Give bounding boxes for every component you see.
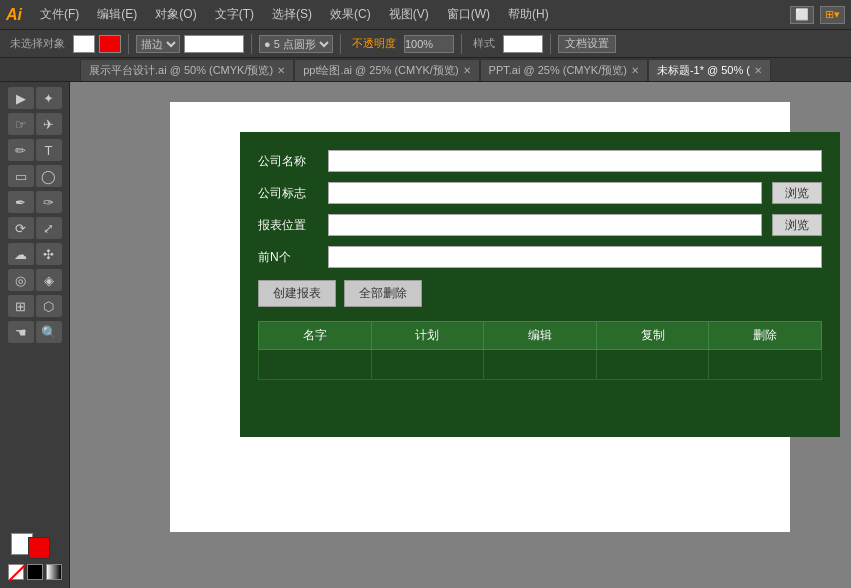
company-name-row: 公司名称 <box>258 150 822 172</box>
warp-tool[interactable]: ☁ <box>8 243 34 265</box>
arrange-icon: ⊞▾ <box>820 6 845 24</box>
company-logo-label: 公司标志 <box>258 185 318 202</box>
tab-0[interactable]: 展示平台设计.ai @ 50% (CMYK/预览) ✕ <box>80 59 294 81</box>
separator-1 <box>128 34 129 54</box>
tab-1[interactable]: ppt绘图.ai @ 25% (CMYK/预览) ✕ <box>294 59 479 81</box>
paintbrush-tool[interactable]: ✒ <box>8 191 34 213</box>
separator-3 <box>340 34 341 54</box>
text-tool[interactable]: T <box>36 139 62 161</box>
tab-3[interactable]: 未标题-1* @ 50% ( ✕ <box>648 59 771 81</box>
canvas-area[interactable]: 公司名称 公司标志 浏览 报表位置 浏览 前N个 创建报 <box>70 82 851 588</box>
col-edit: 编辑 <box>484 322 597 350</box>
svg-line-0 <box>9 565 25 581</box>
menu-text[interactable]: 文字(T) <box>207 4 262 25</box>
company-logo-input[interactable] <box>328 182 762 204</box>
menu-select[interactable]: 选择(S) <box>264 4 320 25</box>
doc-settings-btn[interactable]: 文档设置 <box>558 35 616 53</box>
pen-tool[interactable]: ✏ <box>8 139 34 161</box>
table-row <box>259 350 822 380</box>
menu-bar: Ai 文件(F) 编辑(E) 对象(O) 文字(T) 选择(S) 效果(C) 视… <box>0 0 851 30</box>
col-delete: 删除 <box>709 322 822 350</box>
pencil-tool[interactable]: ✑ <box>36 191 62 213</box>
delete-all-btn[interactable]: 全部删除 <box>344 280 422 307</box>
artboard-tool[interactable]: ⊞ <box>8 295 34 317</box>
symbol-tool[interactable]: ◎ <box>8 269 34 291</box>
report-location-input[interactable] <box>328 214 762 236</box>
style-preview <box>503 35 543 53</box>
ellipse-tool[interactable]: ◯ <box>36 165 62 187</box>
zoom-tool[interactable]: 🔍 <box>36 321 62 343</box>
report-location-browse-btn[interactable]: 浏览 <box>772 214 822 236</box>
table-header-row: 名字 计划 编辑 复制 删除 <box>259 322 822 350</box>
main-swatches <box>11 533 58 555</box>
rotate-tool[interactable]: ⟳ <box>8 217 34 239</box>
tab-close-1[interactable]: ✕ <box>463 65 471 76</box>
stroke-mode-select[interactable]: 描边 <box>136 35 180 53</box>
column-graph-tool[interactable]: ◈ <box>36 269 62 291</box>
stroke-color[interactable] <box>99 35 121 53</box>
lasso-tool[interactable]: ☞ <box>8 113 34 135</box>
brush-select[interactable]: ● 5 点圆形 <box>259 35 333 53</box>
tool-row-4: ▭ ◯ <box>0 164 69 188</box>
separator-4 <box>461 34 462 54</box>
empty-cell-4 <box>596 350 709 380</box>
tab-2[interactable]: PPT.ai @ 25% (CMYK/预览) ✕ <box>480 59 648 81</box>
gradient-swatch[interactable] <box>46 564 62 580</box>
company-name-input[interactable] <box>328 150 822 172</box>
stroke-preview <box>184 35 244 53</box>
rect-tool[interactable]: ▭ <box>8 165 34 187</box>
col-plan: 计划 <box>371 322 484 350</box>
tabs-bar: 展示平台设计.ai @ 50% (CMYK/预览) ✕ ppt绘图.ai @ 2… <box>0 58 851 82</box>
form-panel: 公司名称 公司标志 浏览 报表位置 浏览 前N个 创建报 <box>240 132 840 437</box>
color-swatches <box>0 529 69 584</box>
direct-select-tool[interactable]: ✦ <box>36 87 62 109</box>
report-location-label: 报表位置 <box>258 217 318 234</box>
menu-object[interactable]: 对象(O) <box>147 4 204 25</box>
menu-view[interactable]: 视图(V) <box>381 4 437 25</box>
tab-close-2[interactable]: ✕ <box>631 65 639 76</box>
options-toolbar: 未选择对象 描边 ● 5 点圆形 不透明度 样式 文档设置 <box>0 30 851 58</box>
object-label: 未选择对象 <box>6 36 69 51</box>
menu-window[interactable]: 窗口(W) <box>439 4 498 25</box>
opacity-input[interactable] <box>404 35 454 53</box>
left-toolbar: ▶ ✦ ☞ ✈ ✏ T ▭ ◯ ✒ ✑ ⟳ ⤢ ☁ ✣ ◎ ◈ <box>0 82 70 588</box>
scale-tool[interactable]: ⤢ <box>36 217 62 239</box>
tool-row-7: ☁ ✣ <box>0 242 69 266</box>
empty-cell-3 <box>484 350 597 380</box>
menu-file[interactable]: 文件(F) <box>32 4 87 25</box>
empty-cell-1 <box>259 350 372 380</box>
slice-tool[interactable]: ⬡ <box>36 295 62 317</box>
tool-row-8: ◎ ◈ <box>0 268 69 292</box>
select-tool[interactable]: ▶ <box>8 87 34 109</box>
empty-cell-2 <box>371 350 484 380</box>
separator-2 <box>251 34 252 54</box>
tool-row-3: ✏ T <box>0 138 69 162</box>
empty-cell-5 <box>709 350 822 380</box>
stroke-swatch[interactable] <box>28 537 50 559</box>
fill-color[interactable] <box>73 35 95 53</box>
tab-close-0[interactable]: ✕ <box>277 65 285 76</box>
tool-row-1: ▶ ✦ <box>0 86 69 110</box>
menu-effect[interactable]: 效果(C) <box>322 4 379 25</box>
menu-help[interactable]: 帮助(H) <box>500 4 557 25</box>
report-location-row: 报表位置 浏览 <box>258 214 822 236</box>
black-swatch[interactable] <box>27 564 43 580</box>
none-swatch[interactable] <box>8 564 24 580</box>
col-copy: 复制 <box>596 322 709 350</box>
top-n-input[interactable] <box>328 246 822 268</box>
company-name-label: 公司名称 <box>258 153 318 170</box>
opacity-label: 不透明度 <box>348 36 400 51</box>
action-buttons-row: 创建报表 全部删除 <box>258 280 822 307</box>
tab-close-3[interactable]: ✕ <box>754 65 762 76</box>
hand-tool[interactable]: ☚ <box>8 321 34 343</box>
separator-5 <box>550 34 551 54</box>
company-logo-browse-btn[interactable]: 浏览 <box>772 182 822 204</box>
company-logo-row: 公司标志 浏览 <box>258 182 822 204</box>
free-transform-tool[interactable]: ✣ <box>36 243 62 265</box>
col-name: 名字 <box>259 322 372 350</box>
tool-row-10: ☚ 🔍 <box>0 320 69 344</box>
magic-wand-tool[interactable]: ✈ <box>36 113 62 135</box>
menu-edit[interactable]: 编辑(E) <box>89 4 145 25</box>
top-n-label: 前N个 <box>258 249 318 266</box>
create-report-btn[interactable]: 创建报表 <box>258 280 336 307</box>
